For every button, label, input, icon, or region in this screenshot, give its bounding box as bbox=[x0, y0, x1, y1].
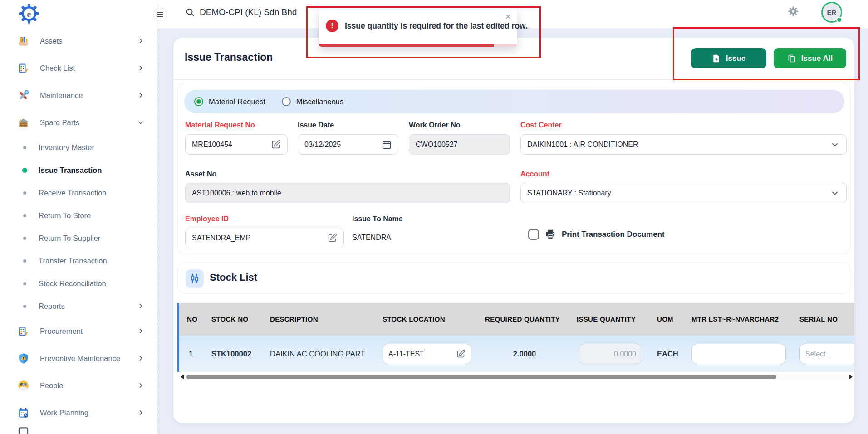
issue-date-label: Issue Date bbox=[298, 121, 334, 129]
scroll-right-arrow-icon[interactable] bbox=[849, 375, 853, 379]
settings-gear-icon[interactable] bbox=[788, 6, 799, 17]
edit-pencil-icon[interactable] bbox=[456, 349, 466, 359]
sidebar-item-stock-reconciliation[interactable]: Stock Reconciliation bbox=[0, 272, 157, 295]
sidebar-item-transfer-transaction[interactable]: Transfer Transaction bbox=[0, 249, 157, 272]
chevron-right-icon bbox=[137, 327, 144, 335]
radio-material-request[interactable]: Material Request bbox=[194, 97, 265, 106]
toast-message: Issue quantity is required for the last … bbox=[345, 21, 528, 31]
material-request-no-input[interactable] bbox=[192, 141, 271, 149]
sidebar-item-issue-transaction[interactable]: Issue Transaction bbox=[0, 159, 157, 181]
asset-no-label: Asset No bbox=[185, 170, 216, 178]
radio-label: Miscellaneous bbox=[296, 98, 344, 106]
sidebar-item-receive-transaction[interactable]: Receive Transaction bbox=[0, 181, 157, 204]
employee-id-input[interactable] bbox=[192, 234, 327, 242]
sidebar-item-inventory-master[interactable]: Inventory Master bbox=[0, 136, 157, 159]
stock-list-icon-box bbox=[186, 269, 204, 288]
issue-date-field[interactable] bbox=[298, 134, 398, 155]
printer-icon bbox=[544, 229, 556, 240]
account-value: STATIONARY : Stationary bbox=[527, 189, 830, 197]
column-header: REQUIRED QUANTITY bbox=[485, 303, 560, 336]
issue-button-label: Issue bbox=[726, 54, 745, 63]
table-accent-stripe bbox=[177, 303, 179, 372]
scroll-left-arrow-icon[interactable] bbox=[181, 375, 184, 379]
sidebar-item-label: Return To Supplier bbox=[39, 234, 100, 243]
stock-location-input[interactable] bbox=[388, 350, 456, 358]
gear-logo-icon: e bbox=[18, 3, 40, 24]
mtr-lst-field[interactable] bbox=[691, 344, 786, 364]
sidebar-item-label: Check List bbox=[40, 64, 75, 73]
column-header: STOCK NO bbox=[211, 303, 248, 336]
sidebar-item-procurement[interactable]: Procurement bbox=[0, 317, 157, 345]
page-title: Issue Transaction bbox=[185, 51, 273, 63]
print-checkbox[interactable] bbox=[528, 229, 539, 240]
active-bullet-icon bbox=[22, 168, 27, 173]
work-order-no-input bbox=[416, 141, 504, 149]
stock-list-title: Stock List bbox=[210, 272, 257, 283]
sidebar-item-spare-parts[interactable]: Spare Parts bbox=[0, 109, 157, 136]
sidebar-item-people[interactable]: People bbox=[0, 372, 157, 399]
print-transaction-group: Print Transaction Document bbox=[528, 229, 665, 240]
search-icon bbox=[185, 7, 195, 17]
calendar-icon[interactable] bbox=[382, 140, 392, 150]
toast-progress-track bbox=[319, 44, 517, 47]
radio-label: Material Request bbox=[209, 98, 265, 106]
serial-no-input[interactable] bbox=[805, 350, 854, 358]
sidebar-item-check-list[interactable]: Check List bbox=[0, 54, 157, 82]
bullet-icon bbox=[23, 237, 26, 240]
chevron-right-icon bbox=[137, 37, 144, 44]
issue-date-input[interactable] bbox=[304, 141, 382, 149]
issue-file-icon bbox=[712, 54, 721, 63]
edit-pencil-icon[interactable] bbox=[271, 140, 281, 150]
sidebar-nav: Assets Check List Maintenance bbox=[0, 27, 157, 434]
radio-miscellaneous[interactable]: Miscellaneous bbox=[282, 97, 344, 106]
scrollbar-thumb[interactable] bbox=[186, 375, 776, 379]
cost-center-select[interactable]: DAIKIN1001 : AIR CONDITIONER bbox=[520, 134, 847, 155]
sidebar-item-label: Transfer Transaction bbox=[39, 257, 107, 265]
sidebar-item-maintenance[interactable]: Maintenance bbox=[0, 82, 157, 109]
sidebar-toggle-button[interactable] bbox=[153, 8, 167, 21]
sidebar-item-label: Stock Reconciliation bbox=[39, 279, 106, 288]
chevron-right-icon bbox=[137, 382, 144, 389]
issue-all-button[interactable]: Issue All bbox=[774, 48, 846, 68]
sidebar-item-label: Assets bbox=[40, 37, 63, 45]
sidebar-item-label: Preventive Maintenance bbox=[40, 354, 120, 363]
issue-type-band: Material Request Miscellaneous bbox=[184, 90, 844, 113]
issue-button[interactable]: Issue bbox=[691, 48, 766, 68]
stock-location-field[interactable] bbox=[383, 344, 471, 364]
calendar-clock-icon bbox=[17, 407, 29, 419]
sidebar-item-preventive-maintenance[interactable]: Preventive Maintenance bbox=[0, 345, 157, 372]
sidebar-item-assets[interactable]: Assets bbox=[0, 27, 157, 54]
transaction-form-panel: Material Request Miscellaneous Material … bbox=[177, 83, 850, 254]
chevron-right-icon bbox=[137, 92, 144, 99]
employee-id-field[interactable] bbox=[185, 228, 344, 248]
sidebar-item-work-planning[interactable]: Work Planning bbox=[0, 399, 157, 426]
sidebar-item-return-to-supplier[interactable]: Return To Supplier bbox=[0, 227, 157, 249]
global-search[interactable]: DEMO-CPI (KL) Sdn Bhd bbox=[185, 7, 297, 17]
radio-selected-icon bbox=[194, 97, 203, 106]
sidebar-item-return-to-store[interactable]: Return To Store bbox=[0, 204, 157, 227]
online-status-dot bbox=[836, 17, 842, 23]
sidebar-item-reports[interactable]: Reports bbox=[0, 295, 157, 317]
mtr-lst-input[interactable] bbox=[697, 350, 780, 358]
sidebar-item-partial[interactable] bbox=[0, 426, 157, 434]
issue-quantity-input[interactable] bbox=[584, 350, 636, 358]
app-logo[interactable]: e bbox=[18, 3, 40, 24]
serial-no-select[interactable] bbox=[799, 344, 854, 364]
chevron-right-icon bbox=[137, 355, 144, 362]
document-icon bbox=[17, 426, 29, 434]
sidebar-item-label: Maintenance bbox=[40, 91, 83, 100]
bullet-icon bbox=[23, 146, 26, 149]
sidebar-item-label: Receive Transaction bbox=[39, 189, 107, 197]
cell-stock-no: STK100002 bbox=[211, 336, 251, 372]
issue-to-name-value: SATENDRA bbox=[352, 234, 391, 242]
cell-required-quantity: 2.0000 bbox=[485, 336, 564, 372]
column-header: DESCRIPTION bbox=[270, 303, 318, 336]
edit-pencil-icon[interactable] bbox=[327, 233, 337, 243]
stock-list-panel: Stock List bbox=[177, 262, 850, 294]
issue-quantity-field[interactable] bbox=[579, 344, 642, 364]
copy-files-icon bbox=[787, 54, 796, 63]
spare-parts-icon bbox=[17, 117, 29, 129]
material-request-no-field[interactable] bbox=[185, 134, 288, 155]
account-select[interactable]: STATIONARY : Stationary bbox=[520, 183, 847, 203]
close-icon[interactable]: × bbox=[505, 11, 511, 23]
